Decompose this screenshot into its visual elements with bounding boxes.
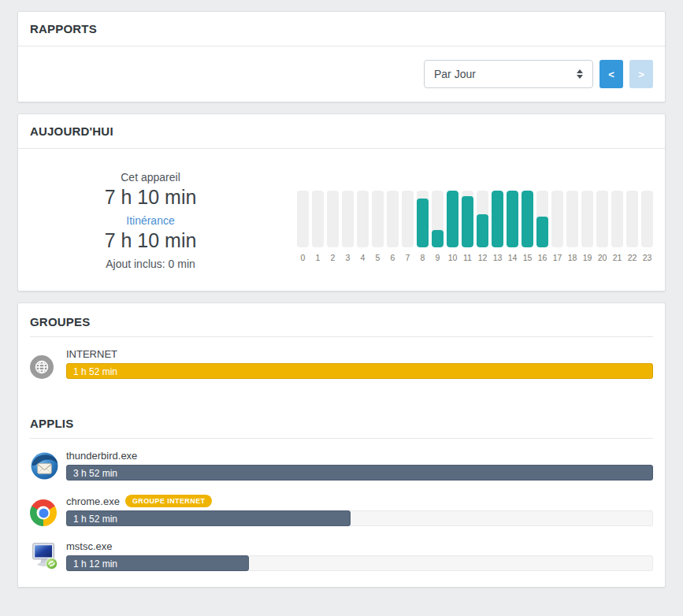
chart-bar-track (581, 191, 593, 247)
groups-list: INTERNET1 h 52 min (30, 348, 653, 379)
chart-bar-track (342, 191, 354, 247)
addon-note: Ajout inclus: 0 min (30, 258, 271, 270)
globe-icon (30, 355, 60, 379)
chart-column: 0 (297, 191, 309, 262)
thunderbird-icon (30, 451, 60, 481)
chart-column: 12 (477, 191, 488, 262)
chart-hour-label: 21 (611, 253, 623, 262)
usage-bar-fill: 1 h 52 min (66, 363, 653, 379)
usage-row-main: INTERNET1 h 52 min (66, 348, 653, 379)
apps-section-title: APPLIS (30, 417, 653, 439)
chart-bar-fill (432, 230, 444, 247)
period-select-value: Par Jour (434, 68, 476, 80)
chart-column: 10 (447, 191, 458, 262)
app-row: mstsc.exe1 h 12 min (30, 540, 653, 571)
chart-bar-track (327, 191, 339, 247)
chart-hour-label: 19 (581, 253, 593, 262)
usage-row-name: chrome.exe (66, 495, 120, 507)
roaming-time: 7 h 10 min (30, 229, 271, 252)
device-time: 7 h 10 min (30, 186, 271, 209)
roaming-link[interactable]: Itinérance (30, 214, 271, 227)
chart-bar-fill (507, 191, 518, 247)
chart-bar-track (492, 191, 503, 247)
chart-bar-fill (536, 217, 548, 247)
chart-bar-fill (447, 191, 458, 247)
lists-body: GROUPES INTERNET1 h 52 min APPLIS thunde… (18, 303, 665, 587)
chrome-icon (30, 499, 60, 526)
group-row: INTERNET1 h 52 min (30, 348, 653, 379)
chart-hour-label: 1 (312, 253, 324, 262)
usage-row-main: mstsc.exe1 h 12 min (66, 540, 653, 571)
chart-hour-label: 15 (522, 253, 533, 262)
chart-column: 11 (462, 191, 473, 262)
chart-column: 19 (581, 191, 593, 262)
chart-hour-label: 3 (342, 253, 354, 262)
chart-bar-track (357, 191, 369, 247)
chart-column: 9 (432, 191, 444, 262)
chart-column: 4 (357, 191, 369, 262)
previous-period-button[interactable]: < (599, 60, 623, 88)
chart-hour-label: 10 (447, 253, 458, 262)
chart-bar-track (477, 191, 488, 247)
chart-column: 14 (507, 191, 518, 262)
chart-bar-track (417, 191, 429, 247)
usage-row-name: INTERNET (66, 348, 117, 360)
chart-hour-label: 17 (551, 253, 563, 262)
chart-bar-track (462, 191, 473, 247)
rapports-card: RAPPORTS Par Jour < > (17, 11, 666, 102)
chart-bar-track (372, 191, 384, 247)
chart-column: 13 (492, 191, 503, 262)
groups-apps-card: GROUPES INTERNET1 h 52 min APPLIS thunde… (17, 302, 666, 588)
chart-hour-label: 0 (297, 253, 309, 262)
chart-column: 18 (566, 191, 578, 262)
chart-column: 7 (402, 191, 414, 262)
chart-bar-fill (477, 214, 488, 247)
chart-hour-label: 20 (596, 253, 608, 262)
chart-column: 22 (626, 191, 638, 262)
chart-bar-track (447, 191, 458, 247)
chart-column: 3 (342, 191, 354, 262)
chart-column: 20 (596, 191, 608, 262)
usage-bar-fill: 1 h 52 min (66, 510, 351, 526)
chart-hour-label: 5 (372, 253, 384, 262)
chart-hour-label: 16 (536, 253, 548, 262)
chart-bar-track (522, 191, 533, 247)
period-select[interactable]: Par Jour (424, 60, 593, 88)
chart-bar-fill (462, 196, 473, 247)
chart-bar-track (596, 191, 608, 247)
usage-row-main: chrome.exeGROUPE INTERNET1 h 52 min (66, 495, 653, 526)
usage-row-name: thunderbird.exe (66, 450, 137, 462)
chart-column: 23 (641, 191, 653, 262)
usage-bar-fill: 3 h 52 min (66, 465, 653, 481)
chart-bar-track (626, 191, 638, 247)
chart-bar-track (536, 191, 548, 247)
chart-hour-label: 4 (357, 253, 369, 262)
usage-bar-track: 3 h 52 min (66, 465, 653, 481)
apps-list: thunderbird.exe3 h 52 minchrome.exeGROUP… (30, 450, 653, 571)
chart-column: 17 (551, 191, 563, 262)
chart-column: 1 (312, 191, 324, 262)
chart-bar-track (507, 191, 518, 247)
chart-hour-label: 6 (387, 253, 399, 262)
chart-bar-track (566, 191, 578, 247)
device-label: Cet appareil (30, 171, 271, 184)
chart-column: 21 (611, 191, 623, 262)
chart-hour-label: 11 (462, 253, 473, 262)
next-period-button[interactable]: > (629, 60, 653, 88)
chart-bar-track (297, 191, 309, 247)
chart-column: 5 (372, 191, 384, 262)
chart-bar-track (641, 191, 653, 247)
chart-hour-label: 18 (566, 253, 578, 262)
usage-bar-track: 1 h 52 min (66, 363, 653, 379)
chart-bar-fill (417, 199, 429, 247)
groups-section-title: GROUPES (30, 315, 653, 337)
rapports-card-title: RAPPORTS (18, 12, 665, 46)
usage-bar-fill: 1 h 12 min (66, 555, 249, 571)
today-summary: Cet appareil 7 h 10 min Itinérance 7 h 1… (30, 171, 271, 270)
chart-hour-label: 2 (327, 253, 339, 262)
today-body: Cet appareil 7 h 10 min Itinérance 7 h 1… (18, 149, 665, 291)
chart-bar-track (432, 191, 444, 247)
chart-bar-track (611, 191, 623, 247)
chart-hour-label: 9 (432, 253, 444, 262)
chart-bar-track (551, 191, 563, 247)
